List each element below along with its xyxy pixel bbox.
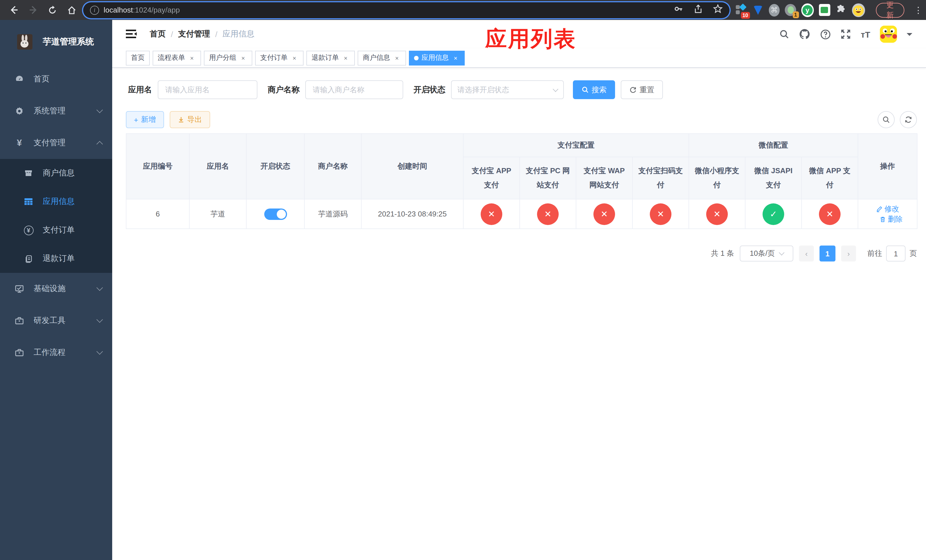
close-icon[interactable]: × xyxy=(342,54,350,62)
tab-merchant-info[interactable]: 商户信息× xyxy=(358,50,406,65)
toggle-search-button[interactable] xyxy=(878,111,895,128)
breadcrumb-home[interactable]: 首页 xyxy=(150,29,166,39)
tab-process-form[interactable]: 流程表单× xyxy=(153,50,201,65)
back-icon[interactable] xyxy=(7,3,21,17)
status-toggle[interactable] xyxy=(264,208,287,219)
yen-icon: ¥ xyxy=(14,138,24,148)
page-size-select[interactable]: 10条/页 xyxy=(740,245,793,262)
browser-toolbar: i localhost:1024/pay/app 10 ⌘ xyxy=(0,0,926,20)
sidebar-logo[interactable]: 芋道管理系统 xyxy=(0,20,112,63)
search-icon[interactable] xyxy=(779,29,790,39)
chevron-down-icon xyxy=(779,250,784,256)
sidebar-item-app-info[interactable]: 应用信息 xyxy=(0,188,112,216)
extension-chat-icon[interactable] xyxy=(819,4,830,16)
col-wechat-jsapi: 微信 JSAPI 支付 xyxy=(745,157,802,199)
extension-gem-icon[interactable] xyxy=(752,4,764,16)
alipay-scan-status-icon: ✕ xyxy=(650,203,672,225)
breadcrumb-separator: / xyxy=(215,30,218,39)
close-icon[interactable]: × xyxy=(291,54,298,62)
close-icon[interactable]: × xyxy=(188,54,196,62)
tab-app-info[interactable]: 应用信息× xyxy=(409,50,465,65)
update-button[interactable]: 更新 xyxy=(876,3,904,17)
sidebar-item-refund-order[interactable]: 退款订单 xyxy=(0,244,112,273)
search-button[interactable]: 搜索 xyxy=(573,80,615,99)
app-name-input[interactable] xyxy=(158,80,257,99)
emoji-extension-icon[interactable] xyxy=(852,3,865,17)
edit-link[interactable]: 修改 xyxy=(876,204,899,214)
screen: i localhost:1024/pay/app 10 ⌘ xyxy=(0,0,926,560)
status-select[interactable]: 请选择开启状态 xyxy=(451,80,564,99)
navbar-actions: тT xyxy=(779,26,912,43)
extension-profile-icon[interactable]: 1 xyxy=(785,4,796,16)
bookmark-star-icon[interactable] xyxy=(713,4,723,16)
chevron-down-icon xyxy=(97,348,103,355)
status-label: 开启状态 xyxy=(413,85,445,95)
group-wechat-config: 微信配置 xyxy=(689,133,858,157)
user-avatar[interactable] xyxy=(880,26,897,43)
active-dot xyxy=(414,56,419,60)
home-icon[interactable] xyxy=(65,3,79,17)
export-button[interactable]: 导出 xyxy=(169,111,210,128)
delete-link[interactable]: 删除 xyxy=(879,214,903,224)
payment-submenu: 商户信息 应用信息 ¥ 支付订单 退款订单 xyxy=(0,159,112,273)
col-app-id: 应用编号 xyxy=(126,133,189,199)
sidebar-toggle-icon[interactable] xyxy=(126,29,137,39)
logo-avatar xyxy=(17,34,32,49)
tab-home[interactable]: 首页 xyxy=(126,50,150,65)
reset-button[interactable]: 重置 xyxy=(621,80,663,99)
close-icon[interactable]: × xyxy=(452,54,460,62)
sidebar-item-system[interactable]: 系统管理 xyxy=(0,95,112,127)
wechat-mini-status-icon: ✕ xyxy=(706,203,728,225)
gear-icon xyxy=(14,106,24,116)
github-icon[interactable] xyxy=(799,29,811,40)
refresh-button[interactable] xyxy=(900,111,917,128)
forward-icon[interactable] xyxy=(26,3,40,17)
next-page-button[interactable]: › xyxy=(841,245,856,262)
tab-refund-order[interactable]: 退款订单× xyxy=(306,50,355,65)
close-icon[interactable]: × xyxy=(393,54,401,62)
sidebar-item-dev-tools[interactable]: 研发工具 xyxy=(0,305,112,337)
tab-pay-order[interactable]: 支付订单× xyxy=(255,50,304,65)
merchant-name-input[interactable] xyxy=(305,80,403,99)
chevron-down-icon xyxy=(97,316,103,323)
prev-page-button[interactable]: ‹ xyxy=(799,245,814,262)
page-1-button[interactable]: 1 xyxy=(820,245,835,262)
avatar-caret-icon[interactable] xyxy=(906,33,912,38)
sidebar-item-home[interactable]: 首页 xyxy=(0,63,112,95)
fullscreen-icon[interactable] xyxy=(841,29,851,39)
extension-y-icon[interactable]: y xyxy=(801,3,814,17)
close-icon[interactable]: × xyxy=(239,54,247,62)
extension-command-icon[interactable]: ⌘ xyxy=(769,4,779,16)
col-alipay-app: 支付宝 APP 支付 xyxy=(463,157,520,199)
extension-badge: 10 xyxy=(741,12,750,18)
font-size-icon[interactable]: тT xyxy=(861,29,870,39)
sidebar: 芋道管理系统 首页 系统管理 ¥ 支付管理 xyxy=(0,20,112,560)
sidebar-item-merchant-info[interactable]: 商户信息 xyxy=(0,159,112,188)
extension-tabs-icon[interactable]: 10 xyxy=(735,4,747,16)
merchant-name-label: 商户名称 xyxy=(268,85,300,95)
sidebar-item-pay-order[interactable]: ¥ 支付订单 xyxy=(0,216,112,244)
pagination: 共 1 条 10条/页 ‹ 1 › 前往 页 xyxy=(126,245,917,262)
password-key-icon[interactable] xyxy=(674,4,683,16)
tab-user-group[interactable]: 用户分组× xyxy=(204,50,252,65)
col-merchant: 商户名称 xyxy=(304,133,362,199)
breadcrumb-payment[interactable]: 支付管理 xyxy=(178,29,210,39)
extensions-puzzle-icon[interactable] xyxy=(835,4,847,16)
cell-app-id: 6 xyxy=(126,199,189,229)
site-info-icon[interactable]: i xyxy=(90,5,99,15)
wechat-app-status-icon: ✕ xyxy=(819,203,841,225)
browser-menu-icon[interactable]: ⋮ xyxy=(914,5,922,15)
url-bar[interactable]: i localhost:1024/pay/app xyxy=(83,2,729,18)
sidebar-item-infra[interactable]: 基础设施 xyxy=(0,273,112,305)
extension-profile-badge: 1 xyxy=(793,11,799,18)
cell-created-at: 2021-10-23 08:49:25 xyxy=(362,199,463,229)
sidebar-item-payment[interactable]: ¥ 支付管理 xyxy=(0,127,112,159)
group-alipay-config: 支付宝配置 xyxy=(463,133,689,157)
chevron-down-icon xyxy=(97,285,103,291)
sidebar-item-workflow[interactable]: 工作流程 xyxy=(0,337,112,369)
goto-page-input[interactable] xyxy=(886,245,905,262)
reload-icon[interactable] xyxy=(45,3,59,17)
share-icon[interactable] xyxy=(694,4,703,16)
help-icon[interactable] xyxy=(820,29,831,39)
add-button[interactable]: +新增 xyxy=(126,111,164,128)
